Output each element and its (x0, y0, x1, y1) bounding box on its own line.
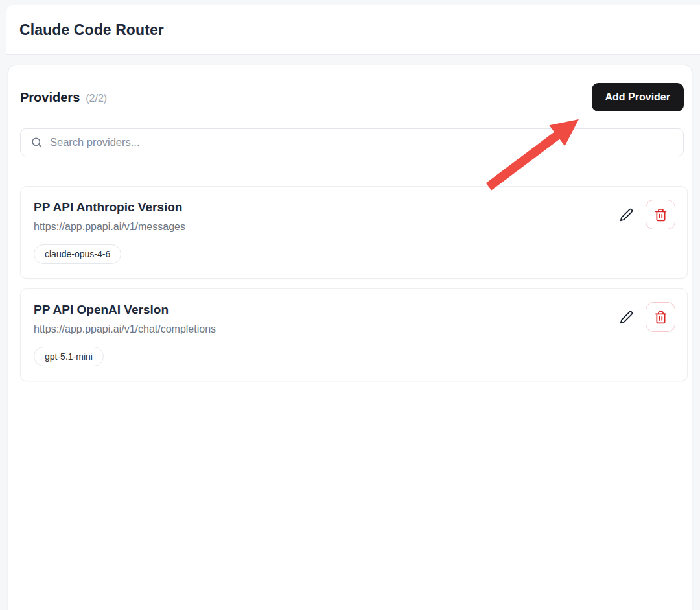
edit-provider-button[interactable] (613, 304, 639, 330)
model-tag: gpt-5.1-mini (34, 347, 104, 366)
delete-provider-button[interactable] (646, 200, 675, 229)
card-actions (613, 302, 675, 332)
provider-url: https://app.ppapi.ai/v1/chat/completions (34, 323, 674, 335)
panel-header: Providers (2/2) Add Provider (8, 65, 692, 172)
provider-count-badge: (2/2) (86, 93, 107, 104)
edit-provider-button[interactable] (613, 202, 639, 228)
search-input[interactable] (20, 128, 684, 156)
search-bar (20, 128, 684, 156)
card-actions (613, 200, 675, 229)
trash-icon (654, 311, 668, 324)
provider-card: PP API OpenAI Version https://app.ppapi.… (20, 288, 688, 381)
panel-title: Providers (20, 90, 80, 105)
pencil-icon (620, 208, 633, 222)
delete-provider-button[interactable] (646, 302, 675, 332)
provider-name: PP API Anthropic Version (34, 200, 674, 215)
provider-list: PP API Anthropic Version https://app.ppa… (8, 172, 692, 381)
app-header: Claude Code Router (6, 5, 700, 55)
pencil-icon (620, 311, 633, 324)
page-title: Claude Code Router (6, 5, 700, 39)
panel-title-group: Providers (2/2) (20, 90, 107, 105)
provider-url: https://app.ppapi.ai/v1/messages (34, 221, 674, 233)
provider-card: PP API Anthropic Version https://app.ppa… (20, 186, 688, 279)
model-tag: claude-opus-4-6 (34, 244, 121, 264)
add-provider-button[interactable]: Add Provider (592, 83, 684, 111)
providers-panel: Providers (2/2) Add Provider PP API Anth… (8, 65, 692, 610)
trash-icon (654, 208, 668, 222)
provider-name: PP API OpenAI Version (34, 303, 674, 317)
